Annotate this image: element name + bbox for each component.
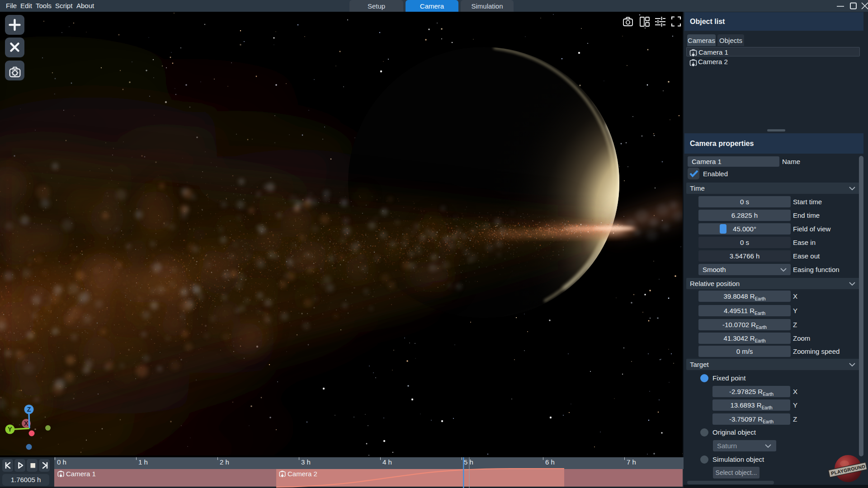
svg-text:Z: Z <box>27 406 31 413</box>
svg-text:X: X <box>24 420 28 427</box>
svg-text:Y: Y <box>8 426 12 433</box>
